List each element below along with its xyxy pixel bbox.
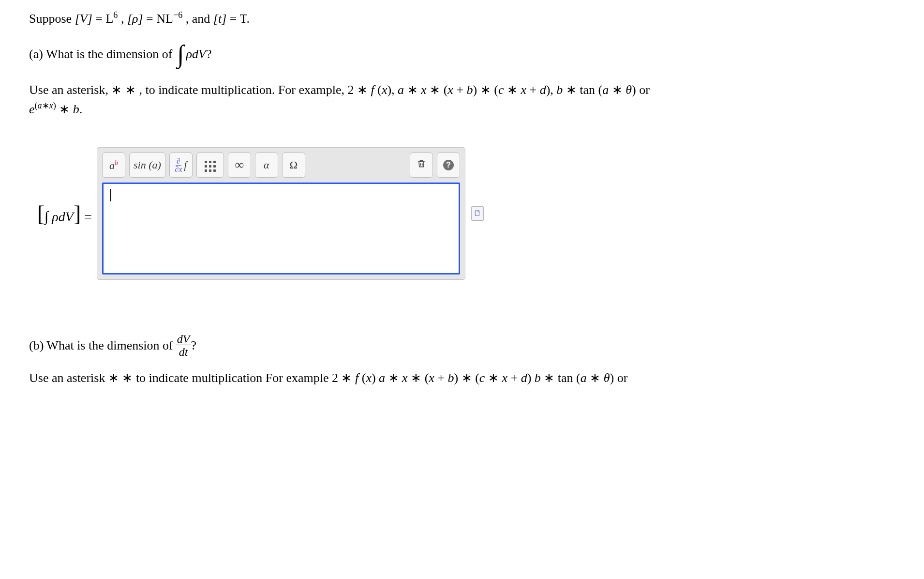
integral-symbol: ∫ [175,42,186,67]
suppose-prefix: Suppose [29,12,75,26]
question-page: Suppose [V] = L6 , [ρ] = NL−6 , and [t] … [0,0,871,385]
part-b-question: (b) What is the dimension of dV dt ? [29,333,871,358]
trash-icon [417,158,426,172]
part-a-question: (a) What is the dimension of ∫ ρdV? [29,42,871,67]
help-icon: ? [443,160,454,170]
math-input-area[interactable] [102,183,460,274]
clear-button[interactable] [410,152,433,178]
dV-dt-fraction: dV dt [176,333,191,358]
exponent-button[interactable]: ab [102,152,125,178]
math-editor-widget: ab sin (a) ∂ ∂x f [97,147,465,280]
text-caret [110,189,111,201]
part-a-prefix: (a) What is the dimension of [29,47,172,61]
hint-b-cutoff: Use an asterisk ∗ ∗ to indicate multipli… [29,370,871,385]
omega-button[interactable]: Ω [282,152,305,178]
svg-rect-0 [475,211,479,216]
rho-eq: , [ρ] = NL−6 [121,12,182,26]
t-eq: , and [t] = T. [186,12,250,26]
part-b-prefix: (b) What is the dimension of [29,338,173,353]
hint-line-1: Use an asterisk, ∗ ∗ , to indicate multi… [29,80,871,99]
answer-row-a: [∫ ρdV] = ab sin (a) ∂ ∂x [29,147,871,280]
V-eq: [V] = L6 [75,12,121,26]
editor-toolbar: ab sin (a) ∂ ∂x f [97,148,465,183]
infinity-button[interactable]: ∞ [228,152,251,178]
answer-label-a: [∫ ρdV] = [29,201,92,227]
answer-widget-wrap: ab sin (a) ∂ ∂x f [97,147,484,280]
sin-button[interactable]: sin (a) [129,152,165,178]
derivative-button[interactable]: ∂ ∂x f [169,152,193,178]
alpha-button[interactable]: α [255,152,278,178]
preview-button[interactable] [471,206,484,221]
integrand-a: ρdV? [186,47,212,61]
preview-icon [474,206,481,221]
matrix-button[interactable] [196,152,224,178]
hint-line-2: e(a∗x) ∗ b. [29,99,871,119]
help-button[interactable]: ? [437,152,460,178]
suppose-line: Suppose [V] = L6 , [ρ] = NL−6 , and [t] … [29,9,871,28]
